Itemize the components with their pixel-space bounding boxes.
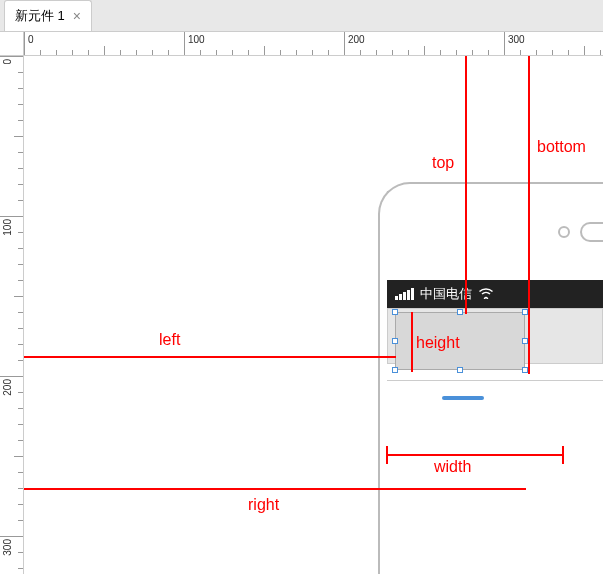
annotation-line-bottom [528,56,530,374]
ruler-vertical[interactable]: 0100200300 [0,56,24,574]
document-tab[interactable]: 新元件 1 × [4,0,92,31]
design-editor: 新元件 1 × 0100200300 0100200300 中国电信 [0,0,603,574]
annotation-bottom: bottom [537,138,586,156]
ruler-corner [0,32,24,56]
annotation-right: right [248,496,279,514]
annotation-tick-width-l [386,446,388,464]
annotation-line-top [465,56,467,314]
phone-speaker [580,222,603,242]
wifi-icon [478,286,494,302]
tab-title: 新元件 1 [15,7,65,25]
annotation-line-left [24,356,396,358]
phone-statusbar: 中国电信 [387,280,603,308]
divider [387,380,603,381]
ruler-horizontal[interactable]: 0100200300 [24,32,603,56]
annotation-left: left [159,331,180,349]
page-indicator [442,396,484,400]
annotation-top: top [432,154,454,172]
signal-icon [395,288,414,300]
annotation-line-width [386,454,564,456]
canvas[interactable]: 中国电信 top bottom left right [24,56,603,574]
close-icon[interactable]: × [73,8,81,24]
annotation-width: width [434,458,471,476]
phone-frame [378,182,603,574]
selected-element[interactable] [395,312,525,370]
phone-camera-dot [558,226,570,238]
annotation-line-right [24,488,526,490]
annotation-height: height [416,334,460,352]
annotation-tick-width-r [562,446,564,464]
tab-bar: 新元件 1 × [0,0,603,32]
annotation-line-height [411,312,413,372]
